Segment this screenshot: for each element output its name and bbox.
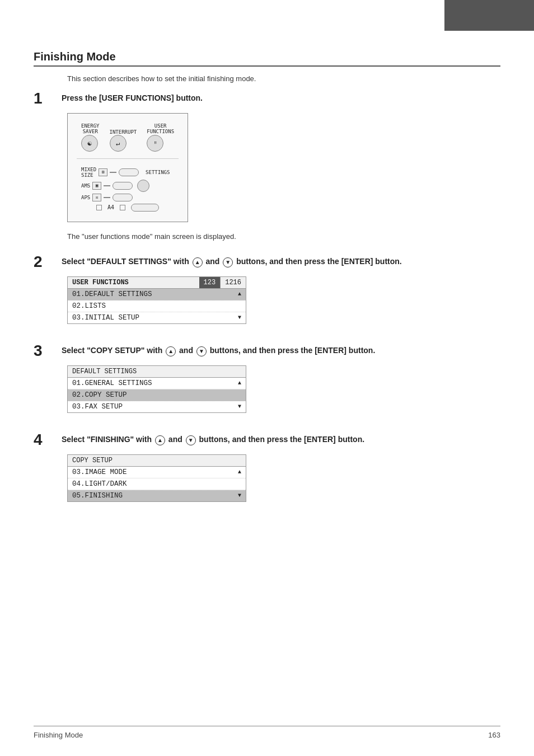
step-2-number: 2	[34, 254, 62, 270]
step-4: 4 Select "FINISHING" with ▲ and ▼ button…	[34, 434, 500, 508]
screen-3-row-1: 01.GENERAL SETTINGS ▲	[68, 378, 246, 389]
ams-icon: ▣	[92, 182, 101, 190]
footer-label: Finishing Mode	[34, 731, 83, 739]
a4-label: A4	[107, 204, 114, 210]
energy-saver-button: ☯	[81, 135, 98, 152]
screen-2-num: 1216	[220, 277, 246, 288]
screen-4-row-2-text: 04.LIGHT/DARK	[72, 480, 241, 488]
screen-2-row-2: 02.LISTS	[68, 300, 246, 312]
energy-saver-label: ENERGYSAVER	[81, 124, 100, 135]
mixed-icon: ⊞	[99, 168, 107, 176]
screen-3-row-3-text: 03.FAX SETUP	[72, 403, 233, 411]
screen-4: COPY SETUP 03.IMAGE MODE ▲ 04.LIGHT/DARK…	[67, 454, 246, 502]
step-4-up-icon: ▲	[155, 435, 165, 445]
top-right-decorative-block	[444, 0, 534, 31]
step-3: 3 Select "COPY SETUP" with ▲ and ▼ butto…	[34, 345, 500, 419]
step-3-body: DEFAULT SETTINGS 01.GENERAL SETTINGS ▲ 0…	[67, 365, 500, 419]
page-title: Finishing Mode	[34, 50, 500, 67]
screen-2-row-1: 01.DEFAULT SETTINGS ▲	[68, 289, 246, 300]
screen-3-row-1-text: 01.GENERAL SETTINGS	[72, 379, 233, 387]
screen-2-row-3-text: 03.INITIAL SETUP	[72, 314, 233, 322]
screen-4-arrow-1: ▲	[238, 469, 241, 475]
screen-4-row-3: 05.FINISHING ▼	[68, 490, 246, 501]
a4-row: A4	[81, 204, 174, 212]
ams-slider	[113, 182, 133, 190]
screen-2-badge: 123	[199, 277, 221, 288]
panel-illustration: ENERGYSAVER ☯ INTERRUPT ↵ USERFUNCTIONS …	[67, 113, 188, 222]
step-4-body: COPY SETUP 03.IMAGE MODE ▲ 04.LIGHT/DARK…	[67, 454, 500, 508]
footer-page: 163	[488, 731, 500, 739]
screen-3-row-2: 02.COPY SETUP	[68, 389, 246, 401]
screen-3-arrow-1: ▲	[238, 380, 241, 386]
step-1-body: ENERGYSAVER ☯ INTERRUPT ↵ USERFUNCTIONS …	[67, 113, 500, 241]
screen-2: USER FUNCTIONS 123 1216 01.DEFAULT SETTI…	[67, 276, 246, 324]
step-1-note: The "user functions mode" main screen is…	[67, 232, 500, 241]
step-2-up-icon: ▲	[193, 257, 203, 267]
screen-3-row-2-text: 02.COPY SETUP	[72, 391, 241, 399]
screen-2-row-1-text: 01.DEFAULT SETTINGS	[72, 290, 233, 298]
aps-slider	[113, 194, 133, 201]
step-3-number: 3	[34, 343, 62, 359]
ams-button	[137, 180, 149, 192]
screen-3-arrow-3: ▼	[238, 403, 241, 410]
intro-text: This section describes how to set the in…	[67, 74, 500, 83]
step-1: 1 Press the [USER FUNCTIONS] button. ENE…	[34, 93, 500, 241]
screen-3-title: DEFAULT SETTINGS	[68, 366, 246, 377]
step-4-down-icon: ▼	[186, 435, 196, 445]
a4-square-left	[96, 205, 102, 210]
screen-4-row-3-text: 05.FINISHING	[72, 492, 233, 500]
user-functions-button: ⠿	[147, 135, 163, 152]
interrupt-label: INTERRUPT	[110, 129, 137, 135]
screen-2-row-2-text: 02.LISTS	[72, 302, 241, 310]
screen-3-header: DEFAULT SETTINGS	[68, 366, 246, 378]
step-1-number: 1	[34, 91, 62, 106]
step-3-title: Select "COPY SETUP" with ▲ and ▼ buttons…	[62, 345, 500, 356]
ams-row: AMS ▣	[81, 180, 174, 192]
step-3-down-icon: ▼	[196, 346, 207, 356]
screen-3: DEFAULT SETTINGS 01.GENERAL SETTINGS ▲ 0…	[67, 365, 246, 413]
page-footer: Finishing Mode 163	[34, 726, 500, 739]
mixed-size-row: MIXEDSIZE ⊞ SETTINGS	[81, 167, 174, 178]
screen-2-title: USER FUNCTIONS	[68, 277, 199, 288]
step-3-up-icon: ▲	[166, 346, 176, 356]
screen-2-row-3: 03.INITIAL SETUP ▼	[68, 312, 246, 323]
mixed-slider	[119, 168, 139, 176]
screen-4-header: COPY SETUP	[68, 455, 246, 467]
screen-4-row-1: 03.IMAGE MODE ▲	[68, 467, 246, 478]
screen-2-arrow-1: ▲	[238, 291, 241, 297]
step-2-title: Select "DEFAULT SETTINGS" with ▲ and ▼ b…	[62, 256, 500, 267]
step-2-body: USER FUNCTIONS 123 1216 01.DEFAULT SETTI…	[67, 276, 500, 330]
interrupt-button: ↵	[110, 135, 127, 152]
screen-2-arrow-3: ▼	[238, 314, 241, 321]
step-2-down-icon: ▼	[223, 257, 233, 267]
screen-4-arrow-3: ▼	[238, 492, 241, 499]
screen-4-row-1-text: 03.IMAGE MODE	[72, 468, 233, 476]
aps-row: APS ☒	[81, 194, 174, 201]
step-4-number: 4	[34, 432, 62, 448]
screen-2-header: USER FUNCTIONS 123 1216	[68, 277, 246, 289]
screen-3-row-3: 03.FAX SETUP ▼	[68, 401, 246, 412]
a4-square-right	[120, 205, 125, 210]
a4-slider	[131, 204, 159, 212]
screen-4-row-2: 04.LIGHT/DARK	[68, 478, 246, 490]
user-functions-label: USERFUNCTIONS	[147, 124, 174, 135]
step-2: 2 Select "DEFAULT SETTINGS" with ▲ and ▼…	[34, 256, 500, 330]
step-1-title: Press the [USER FUNCTIONS] button.	[62, 93, 500, 104]
screen-4-title: COPY SETUP	[68, 455, 246, 466]
aps-icon: ☒	[92, 194, 101, 201]
step-4-title: Select "FINISHING" with ▲ and ▼ buttons,…	[62, 434, 500, 445]
